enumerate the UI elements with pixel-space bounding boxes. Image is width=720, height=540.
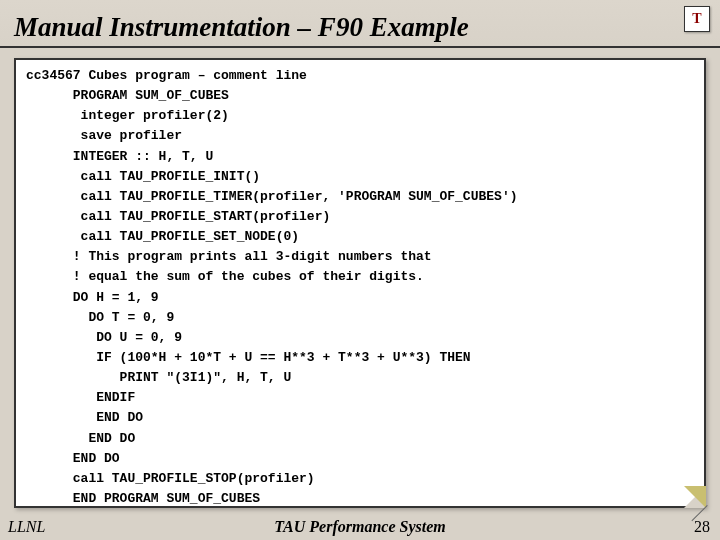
header: Manual Instrumentation – F90 Example T: [0, 0, 720, 48]
logo-letter: T: [692, 11, 701, 27]
slide: Manual Instrumentation – F90 Example T c…: [0, 0, 720, 540]
code-box: cc34567 Cubes program – comment line PRO…: [14, 58, 706, 508]
logo-badge: T: [684, 6, 710, 32]
slide-title: Manual Instrumentation – F90 Example: [14, 12, 469, 43]
code-content: cc34567 Cubes program – comment line PRO…: [26, 66, 694, 509]
page-number: 28: [694, 518, 710, 536]
footer-center: TAU Performance System: [0, 518, 720, 536]
page-curl-icon: [684, 486, 706, 508]
footer: LLNL TAU Performance System 28: [0, 518, 720, 536]
footer-left: LLNL: [8, 518, 45, 536]
